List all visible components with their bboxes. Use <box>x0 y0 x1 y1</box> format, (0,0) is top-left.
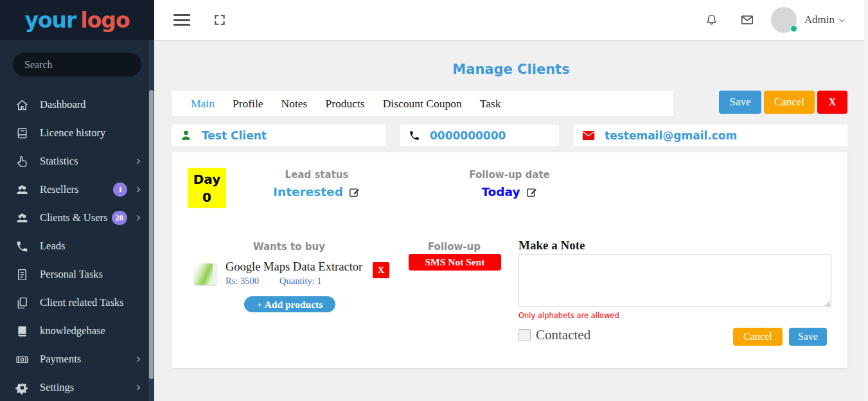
sidebar-item-label: Licence history <box>40 127 143 139</box>
sidebar-item-label: Leads <box>40 240 143 253</box>
wants-to-buy-label: Wants to buy <box>225 241 353 253</box>
note-textarea[interactable] <box>518 254 831 307</box>
users-icon <box>14 182 30 197</box>
sms-status-badge: SMS Not Sent <box>409 254 501 271</box>
money-icon <box>14 352 30 367</box>
close-button[interactable]: X <box>817 91 847 114</box>
tab-discount-coupon[interactable]: Discount Coupon <box>374 97 471 111</box>
sidebar-item-dashboard[interactable]: Dashboard <box>0 91 154 119</box>
note-cancel-button[interactable]: Cancel <box>733 328 783 346</box>
sidebar-item-label: Resellers <box>40 183 113 196</box>
client-phone: 0000000000 <box>430 129 506 142</box>
person-icon <box>180 129 192 141</box>
day-value: 0 <box>202 188 211 206</box>
sidebar-item-label: knowledgebase <box>40 325 143 337</box>
sidebar-item-statistics[interactable]: Statistics <box>0 147 154 175</box>
add-products-button[interactable]: + Add products <box>244 296 335 312</box>
followup-date-value: Today <box>481 185 520 199</box>
book-icon <box>14 125 30 141</box>
product-name: Google Maps Data Extractor <box>226 260 362 274</box>
sidebar-item-label: Clients & Users <box>40 211 112 224</box>
sidebar-item-client-related-tasks[interactable]: Client related Tasks <box>0 289 154 317</box>
save-button[interactable]: Save <box>719 91 761 114</box>
document-icon <box>14 267 30 282</box>
gear-icon <box>14 380 30 395</box>
client-name-box: Test Client <box>172 125 385 146</box>
tab-profile[interactable]: Profile <box>224 97 272 111</box>
lead-status-label: Lead status <box>252 169 381 181</box>
tab-bar: MainProfileNotesProductsDiscount CouponT… <box>172 91 673 116</box>
product-price: Rs: 3500 <box>226 276 259 287</box>
chevron-right-icon <box>134 383 143 392</box>
tab-task[interactable]: Task <box>471 97 510 111</box>
sidebar-item-clients-users[interactable]: Clients & Users20 <box>0 204 154 232</box>
day-label: Day <box>193 170 221 188</box>
online-status-dot <box>790 25 797 32</box>
sidebar-item-label: Settings <box>40 381 134 394</box>
tab-main[interactable]: Main <box>182 97 224 111</box>
count-badge: 20 <box>112 211 128 225</box>
client-name: Test Client <box>202 129 267 142</box>
users-icon <box>14 210 30 226</box>
cancel-button[interactable]: Cancel <box>764 91 815 114</box>
user-menu[interactable]: Admin <box>804 13 846 26</box>
client-phone-box: 0000000000 <box>400 125 559 146</box>
chevron-right-icon <box>134 213 143 222</box>
tab-products[interactable]: Products <box>316 97 373 111</box>
sidebar-nav: DashboardLicence historyStatisticsResell… <box>0 91 154 401</box>
edit-followup-date-icon[interactable] <box>526 186 538 198</box>
note-validation-hint: Only alphabets are allowed <box>518 311 619 320</box>
lead-status-value: Interested <box>273 185 343 199</box>
messages-envelope-icon[interactable] <box>740 13 754 27</box>
main-content: Manage Clients MainProfileNotesProductsD… <box>154 40 868 401</box>
sidebar-item-licence-history[interactable]: Licence history <box>0 119 154 147</box>
followup-date-label: Follow-up date <box>445 169 574 181</box>
sidebar-item-settings[interactable]: Settings <box>0 373 154 401</box>
contacted-checkbox[interactable] <box>518 329 531 341</box>
client-detail-card: Day 0 Lead status Interested Follow-up d… <box>172 152 847 368</box>
fullscreen-icon[interactable] <box>213 13 226 26</box>
sidebar-item-resellers[interactable]: Resellers1 <box>0 175 154 204</box>
search-input[interactable] <box>13 53 141 76</box>
app-logo[interactable]: your logo <box>0 0 154 40</box>
copy-icon <box>14 295 30 310</box>
client-email-box: testemail@gmail.com <box>574 125 847 146</box>
remove-product-button[interactable]: X <box>373 262 389 278</box>
tab-notes[interactable]: Notes <box>272 97 317 111</box>
product-quantity: Quantity: 1 <box>279 276 322 287</box>
contacted-label: Contacted <box>536 327 590 343</box>
hand-pointer-icon <box>14 154 30 169</box>
sidebar-scrollbar-thumb[interactable] <box>149 90 154 379</box>
phone-icon <box>14 238 30 254</box>
sidebar-item-label: Statistics <box>40 155 134 168</box>
email-icon <box>582 130 595 141</box>
phone-icon <box>409 130 420 141</box>
followup-label: Follow-up <box>390 241 518 253</box>
sidebar: your logo DashboardLicence historyStatis… <box>0 0 154 401</box>
logo-part-blue: your <box>24 8 76 33</box>
user-avatar[interactable] <box>771 7 797 33</box>
count-badge: 1 <box>113 183 127 197</box>
logo-part-red: logo <box>80 8 129 33</box>
chevron-right-icon <box>134 157 143 166</box>
product-row: Google Maps Data Extractor Rs: 3500 Quan… <box>194 260 389 287</box>
hamburger-menu-icon[interactable] <box>173 14 190 26</box>
user-name: Admin <box>804 13 835 26</box>
note-save-button[interactable]: Save <box>789 328 827 346</box>
sidebar-item-label: Client related Tasks <box>40 296 143 309</box>
edit-lead-status-icon[interactable] <box>349 186 360 198</box>
page-scrollbar-track <box>864 0 868 401</box>
sidebar-item-label: Payments <box>40 353 134 366</box>
page-title: Manage Clients <box>154 62 868 77</box>
sidebar-item-payments[interactable]: Payments <box>0 345 154 373</box>
book-solid-icon <box>14 323 30 339</box>
sidebar-item-personal-tasks[interactable]: Personal Tasks <box>0 260 154 289</box>
sidebar-item-leads[interactable]: Leads <box>0 232 154 260</box>
topbar: Admin <box>154 0 868 40</box>
day-counter-badge: Day 0 <box>188 168 226 208</box>
sidebar-item-knowledgebase[interactable]: knowledgebase <box>0 317 154 345</box>
notifications-bell-icon[interactable] <box>705 13 718 27</box>
product-thumbnail <box>194 263 217 285</box>
sidebar-item-label: Personal Tasks <box>40 268 143 281</box>
sidebar-item-label: Dashboard <box>40 98 143 111</box>
